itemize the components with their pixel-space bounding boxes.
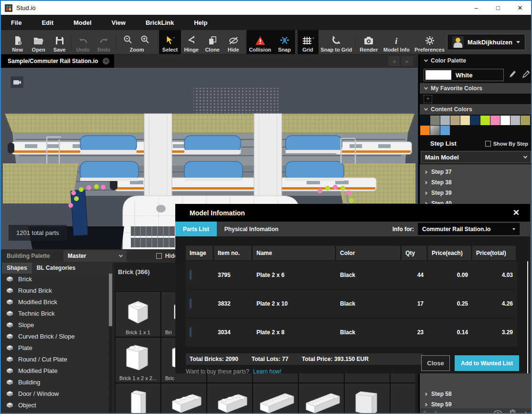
selected-color-box[interactable]: White — [424, 69, 504, 81]
brick-item[interactable]: Brick 1 x 4 wit — [207, 383, 253, 414]
hinge-tool-button[interactable]: Hinge — [181, 30, 202, 54]
add-step-icon[interactable]: + — [523, 410, 528, 414]
category-slope[interactable]: Slope — [2, 319, 109, 331]
step-item[interactable]: Step 59 — [420, 399, 532, 408]
delete-step-icon[interactable] — [510, 409, 516, 414]
category-building[interactable]: Building — [2, 377, 109, 388]
tab-scroll-left-icon[interactable]: ◄ — [388, 56, 400, 66]
step-item[interactable]: Step 58 — [420, 389, 532, 399]
paint-brush-icon[interactable] — [509, 70, 517, 80]
step-item[interactable]: Step 38 — [420, 177, 532, 188]
brick-item[interactable]: Brick 1 x 1 — [115, 291, 161, 337]
tab-parts-list[interactable]: Parts List — [175, 222, 217, 236]
viewport-camera-button[interactable] — [11, 76, 23, 88]
color-swatch[interactable] — [420, 126, 430, 135]
dialog-close-button[interactable]: Close — [421, 355, 450, 371]
tab-scroll-right-icon[interactable]: ► — [402, 56, 413, 66]
table-row[interactable]: 3034 Plate 2 x 8 Black 23 0.14 3.29 — [186, 318, 517, 346]
collision-button[interactable]: Collision — [246, 30, 274, 54]
tab-shapes[interactable]: Shapes — [2, 263, 32, 274]
brick-item[interactable]: Brick 1 x 2 x 5 — [115, 383, 161, 414]
category-brick[interactable]: Brick — [2, 274, 109, 285]
color-swatch[interactable] — [450, 116, 460, 125]
color-swatch[interactable] — [430, 126, 440, 135]
palette-mode-select[interactable]: Master — [64, 250, 127, 262]
step-item[interactable]: Step 37 — [420, 167, 532, 177]
toggle-visibility-icon[interactable] — [494, 409, 502, 414]
user-account-button[interactable]: MaikDijkhuizen — [447, 34, 525, 50]
new-button[interactable]: New — [7, 30, 28, 54]
menu-model[interactable]: Model — [64, 19, 102, 26]
eyedropper-icon[interactable] — [522, 70, 531, 80]
color-swatch[interactable] — [470, 116, 480, 125]
grid-button[interactable]: Grid — [298, 30, 319, 54]
color-swatch[interactable] — [460, 116, 470, 125]
category-round-cut-plate[interactable]: Round / Cut Plate — [2, 354, 109, 365]
undo-button[interactable]: Undo — [73, 30, 94, 54]
brick-item[interactable]: Brick 1 x 6 x 5 — [344, 383, 390, 414]
color-swatch[interactable] — [480, 116, 490, 125]
hide-tool-button[interactable]: Hide — [223, 30, 244, 54]
brick-item[interactable] — [390, 383, 415, 414]
color-swatch[interactable] — [511, 116, 520, 125]
preferences-button[interactable]: Preferences — [412, 30, 447, 54]
render-button[interactable]: Render — [357, 30, 381, 54]
model-info-button[interactable]: i Model Info — [381, 30, 412, 54]
tab-close-icon[interactable]: ✕ — [103, 58, 109, 64]
table-row[interactable]: 3795 Plate 2 x 6 Black 44 0.09 4.03 — [186, 261, 517, 289]
show-by-step-checkbox[interactable]: Show By Step — [485, 141, 528, 147]
brick-item[interactable]: Brick 1 x 4 — [161, 383, 207, 414]
add-favorite-color-button[interactable]: + — [424, 95, 432, 103]
color-swatch[interactable] — [490, 116, 500, 125]
col-price-total[interactable]: Price(total) — [472, 246, 516, 260]
dialog-close-icon[interactable]: ✕ — [513, 208, 520, 218]
learn-how-link[interactable]: Learn how! — [253, 368, 281, 375]
menu-view[interactable]: View — [102, 19, 136, 26]
color-swatch[interactable] — [521, 116, 530, 125]
menu-help[interactable]: Help — [184, 19, 217, 26]
category-modified-plate[interactable]: Modified Plate — [2, 365, 109, 377]
redo-button[interactable]: Redo — [94, 30, 115, 54]
category-scrollbar[interactable] — [109, 274, 112, 413]
menu-bricklink[interactable]: BrickLink — [136, 19, 184, 26]
category-plate[interactable]: Plate — [2, 342, 109, 354]
category-curved-brick-slope[interactable]: Curved Brick / Slope — [2, 331, 109, 342]
tab-bl-categories[interactable]: BL Categories — [32, 263, 80, 274]
color-swatch[interactable] — [500, 116, 510, 125]
col-name[interactable]: Name — [253, 246, 335, 260]
move-step-up-button[interactable] — [424, 411, 426, 414]
content-colors-header[interactable]: Content Colors — [420, 104, 532, 115]
select-tool-button[interactable]: Select — [159, 30, 181, 54]
model-select-dropdown[interactable]: Main Model — [421, 151, 531, 163]
maximize-button[interactable]: □ — [487, 1, 509, 15]
category-door-window[interactable]: Door / Window — [2, 388, 109, 400]
add-to-wanted-list-button[interactable]: Add to Wanted List — [455, 355, 519, 371]
move-step-down-button[interactable] — [435, 411, 437, 414]
dialog-scrollbar[interactable] — [527, 261, 528, 373]
col-qty[interactable]: Qty — [402, 246, 426, 260]
category-round-brick[interactable]: Round Brick — [2, 285, 109, 297]
col-color[interactable]: Color — [336, 246, 400, 260]
menu-file[interactable]: File — [1, 19, 32, 26]
color-swatch[interactable] — [440, 116, 450, 125]
brick-item[interactable]: Brick 1 x 6 wit — [298, 383, 344, 414]
tab-physical-information[interactable]: Physical Infomation — [217, 222, 286, 236]
open-button[interactable]: Open — [28, 30, 49, 54]
snap-to-grid-button[interactable]: Snap to Grid — [319, 30, 355, 54]
table-row[interactable]: 3832 Plate 2 x 10 Black 17 0.25 4.26 — [186, 290, 517, 318]
category-object[interactable]: Object — [2, 400, 109, 411]
menu-edit[interactable]: Edit — [32, 19, 64, 26]
brick-item[interactable]: Brick 1 x 2 x 2... — [115, 337, 161, 383]
save-button[interactable]: Save — [49, 30, 70, 54]
zoom-button[interactable]: Zoom — [117, 30, 157, 54]
col-price-each[interactable]: Price(each) — [428, 246, 471, 260]
color-palette-header[interactable]: Color Palette — [420, 54, 532, 67]
color-swatch[interactable] — [440, 126, 450, 135]
brick-item[interactable]: Brick 1 x 6 — [253, 383, 298, 414]
minimize-button[interactable]: – — [465, 1, 487, 15]
step-item[interactable]: Step 39 — [420, 188, 532, 198]
col-image[interactable]: Image — [186, 246, 213, 260]
snap-button[interactable]: Snap — [274, 30, 295, 54]
category-technic-brick[interactable]: Technic Brick — [2, 308, 109, 319]
category-modified-brick[interactable]: Modified Brick — [2, 297, 109, 308]
